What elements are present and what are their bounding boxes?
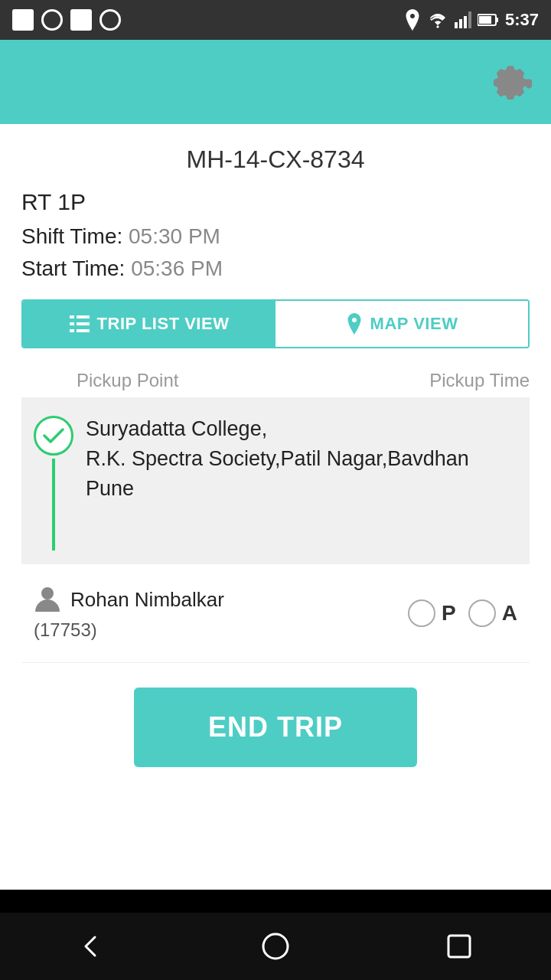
passenger-name-row: Rohan Nimbalkar <box>34 586 224 613</box>
route-indicator <box>34 411 73 550</box>
a-radio-group: A <box>468 599 517 627</box>
route-label: RT 1P <box>21 189 530 215</box>
check-circle <box>34 416 73 456</box>
passenger-name: Rohan Nimbalkar <box>70 588 224 612</box>
tab-trip-list[interactable]: TRIP LIST VIEW <box>23 301 276 347</box>
svg-rect-8 <box>77 315 90 318</box>
battery-icon <box>478 13 499 27</box>
svg-rect-11 <box>70 329 74 332</box>
svg-rect-1 <box>459 19 462 28</box>
status-bar: 5:37 <box>0 0 551 40</box>
p-radio[interactable] <box>408 599 435 627</box>
list-icon <box>70 315 90 332</box>
svg-point-13 <box>41 587 54 599</box>
route-line <box>52 459 55 550</box>
back-button[interactable] <box>69 923 115 969</box>
passenger-id: (17753) <box>34 619 97 641</box>
col-pickup-time: Pickup Time <box>429 370 530 391</box>
a-radio[interactable] <box>468 599 496 627</box>
passenger-row: Rohan Nimbalkar (17753) P A <box>21 564 530 663</box>
android-icon-1 <box>12 9 34 31</box>
shift-time-value: 05:30 PM <box>129 224 220 248</box>
svg-rect-3 <box>468 11 471 28</box>
android-icon-4 <box>99 9 121 31</box>
status-bar-left <box>12 9 121 31</box>
svg-rect-9 <box>70 322 74 325</box>
shift-time-label: Shift Time: <box>21 224 122 248</box>
tab-map-view[interactable]: MAP VIEW <box>276 301 528 347</box>
col-pickup-point: Pickup Point <box>77 370 178 391</box>
p-radio-group: P <box>408 599 456 627</box>
svg-rect-10 <box>77 322 90 325</box>
map-pin-icon <box>346 313 363 335</box>
svg-rect-2 <box>464 16 467 28</box>
start-time-row: Start Time: 05:36 PM <box>21 256 530 281</box>
start-time-value: 05:36 PM <box>131 256 223 280</box>
main-card: MH-14-CX-8734 RT 1P Shift Time: 05:30 PM… <box>0 124 551 890</box>
pickup-row: Suryadatta College, R.K. Spectra Society… <box>21 397 530 564</box>
start-time-label: Start Time: <box>21 256 125 280</box>
status-time: 5:37 <box>505 10 539 30</box>
p-label: P <box>442 601 456 626</box>
pickup-address: Suryadatta College, R.K. Spectra Society… <box>86 411 517 504</box>
svg-rect-5 <box>496 18 498 22</box>
end-trip-button[interactable]: END TRIP <box>134 688 417 767</box>
android-icon-2 <box>41 9 63 31</box>
svg-rect-12 <box>77 329 90 332</box>
svg-point-14 <box>263 934 288 959</box>
svg-rect-0 <box>455 22 458 28</box>
wifi-icon <box>427 11 448 28</box>
pa-buttons: P A <box>408 599 517 627</box>
location-icon <box>404 9 421 31</box>
status-bar-right: 5:37 <box>404 9 539 31</box>
bottom-nav <box>0 913 551 980</box>
vehicle-number: MH-14-CX-8734 <box>21 145 530 174</box>
app-header <box>0 40 551 124</box>
signal-icon <box>455 11 471 28</box>
tab-trip-list-label: TRIP LIST VIEW <box>97 314 230 334</box>
passenger-info: Rohan Nimbalkar (17753) <box>34 586 224 641</box>
table-header: Pickup Point Pickup Time <box>21 364 530 397</box>
tab-bar: TRIP LIST VIEW MAP VIEW <box>21 299 530 348</box>
tab-map-view-label: MAP VIEW <box>370 314 458 334</box>
home-button[interactable] <box>253 923 298 969</box>
settings-icon[interactable] <box>493 62 533 102</box>
android-icon-3 <box>70 9 92 31</box>
shift-time-row: Shift Time: 05:30 PM <box>21 224 530 249</box>
svg-rect-15 <box>448 936 470 957</box>
person-icon <box>34 586 61 613</box>
svg-rect-7 <box>70 315 74 318</box>
svg-rect-6 <box>479 16 491 24</box>
recent-apps-button[interactable] <box>436 923 482 969</box>
a-label: A <box>502 601 517 626</box>
